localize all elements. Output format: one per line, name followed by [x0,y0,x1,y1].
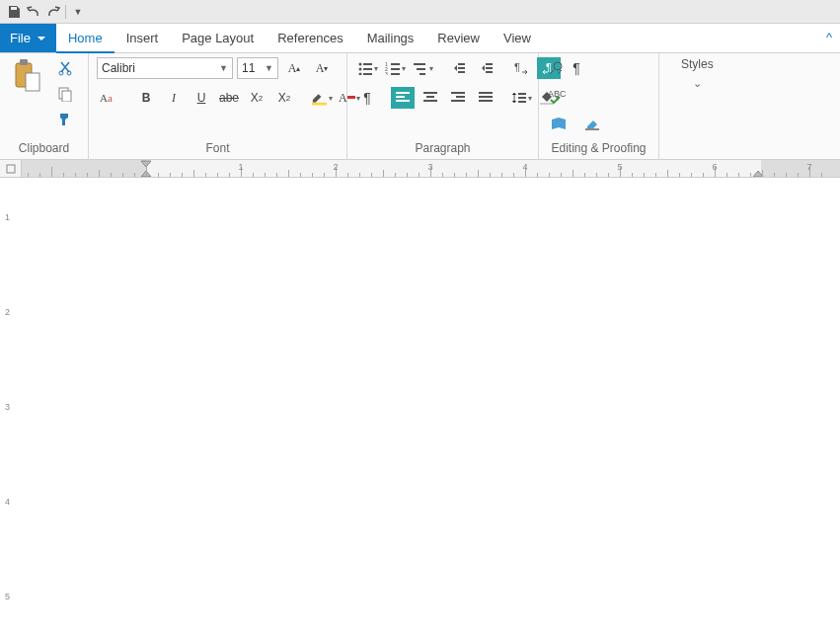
chevron-down-icon: ▼ [265,63,273,73]
group-label-font: Font [97,139,339,157]
svg-rect-52 [7,165,15,173]
eraser-button[interactable] [580,113,604,134]
editor-stage: 1234567 12345 Different Views Use a stan… [0,160,840,178]
styles-dropdown[interactable]: Styles ⌄ [667,57,727,90]
highlight-button[interactable]: ▾ [310,87,334,109]
svg-text:A: A [100,92,108,104]
strikethrough-button[interactable]: abe [217,87,241,109]
ruler-number: 7 [806,162,811,172]
align-right-button[interactable] [446,87,470,109]
tab-mailings[interactable]: Mailings [355,24,426,52]
svg-text:ABC: ABC [548,89,567,99]
svg-rect-23 [417,68,425,70]
chevron-down-icon: ▼ [219,63,228,73]
format-painter-button[interactable] [53,109,77,130]
file-tab-label: File [10,31,31,45]
group-paragraph: ▾ 123▾ ▾ ¶ ¶ ¶ ¶ ▾ ▾ [347,53,539,159]
find-button[interactable] [547,57,565,79]
line-spacing-button[interactable]: ▾ [509,87,533,109]
clear-formatting-button[interactable]: Aa [97,87,120,109]
svg-rect-38 [423,100,437,102]
chevron-down-icon: ⌄ [693,77,702,90]
italic-button[interactable]: I [162,87,186,109]
svg-rect-27 [458,71,465,73]
ruler-corner [0,160,22,178]
superscript-button[interactable]: X2 [272,87,296,109]
svg-rect-41 [451,100,465,102]
paste-button[interactable] [8,57,47,97]
svg-rect-40 [456,96,465,98]
svg-rect-30 [486,71,493,73]
svg-rect-37 [426,96,434,98]
group-label-clipboard: Clipboard [8,139,80,157]
svg-rect-28 [486,63,493,65]
save-icon[interactable] [4,2,24,22]
group-label-editing: Editing & Proofing [547,139,650,157]
ltr-button[interactable]: ¶ [509,57,533,79]
svg-rect-24 [420,73,425,75]
ruler-number: 2 [5,307,10,317]
align-left-button[interactable] [391,87,415,109]
font-size-value: 11 [242,61,255,75]
ruler-number: 5 [5,592,10,601]
tab-home[interactable]: Home [56,24,115,53]
chevron-down-icon [37,34,46,43]
font-family-combo[interactable]: Calibri▼ [97,57,233,79]
align-center-button[interactable] [419,87,442,109]
tab-references[interactable]: References [266,24,354,52]
svg-rect-15 [363,73,372,75]
horizontal-ruler[interactable]: 1234567 [22,160,840,178]
paragraph-mark-button[interactable]: ¶ [355,87,379,109]
svg-rect-46 [518,97,526,99]
ruler-number: 4 [5,497,10,507]
svg-rect-1 [20,59,28,65]
justify-button[interactable] [474,87,497,109]
numbering-button[interactable]: 123▾ [383,57,407,79]
svg-rect-42 [479,92,493,94]
svg-point-49 [554,62,562,70]
svg-rect-26 [458,67,465,69]
redo-icon[interactable] [43,2,63,22]
bold-button[interactable]: B [134,87,158,109]
svg-rect-22 [414,63,425,65]
bullets-button[interactable]: ▾ [355,57,379,79]
svg-rect-44 [479,100,493,102]
separator [65,5,66,19]
svg-rect-51 [585,128,599,130]
svg-rect-13 [363,68,372,70]
ruler-number: 1 [5,212,10,222]
ruler-number: 3 [5,402,10,412]
multilevel-list-button[interactable]: ▾ [411,57,434,79]
subscript-button[interactable]: X2 [245,87,268,109]
svg-rect-36 [423,92,437,94]
thesaurus-button[interactable] [547,113,571,134]
font-size-combo[interactable]: 11▼ [237,57,278,79]
ruler-number: 1 [238,162,243,172]
group-label-paragraph: Paragraph [355,139,530,157]
ribbon: Clipboard Calibri▼ 11▼ A▴ A▾ Aa B I U ab… [0,53,840,160]
shrink-font-button[interactable]: A▾ [310,57,334,79]
decrease-indent-button[interactable] [446,57,470,79]
copy-button[interactable] [53,83,77,105]
svg-rect-35 [396,100,410,102]
spellcheck-button[interactable]: ABC [547,85,571,107]
group-editing: ABC Editing & Proofing [539,53,659,159]
svg-rect-17 [391,63,400,65]
group-font: Calibri▼ 11▼ A▴ A▾ Aa B I U abe X2 X2 ▾ … [89,53,347,159]
help-icon[interactable]: ^ [826,30,832,44]
svg-point-10 [358,63,361,66]
qat-dropdown-icon[interactable]: ▼ [68,2,88,22]
font-family-value: Calibri [102,61,135,75]
underline-button[interactable]: U [190,87,213,109]
grow-font-button[interactable]: A▴ [282,57,306,79]
cut-button[interactable] [53,57,77,79]
tab-insert[interactable]: Insert [115,24,171,52]
tab-view[interactable]: View [492,24,543,52]
svg-text:3: 3 [385,71,388,75]
tab-review[interactable]: Review [425,24,492,52]
file-tab[interactable]: File [0,24,56,52]
tab-page-layout[interactable]: Page Layout [170,24,266,52]
svg-point-12 [358,68,361,71]
increase-indent-button[interactable] [474,57,497,79]
undo-icon[interactable] [24,2,43,22]
